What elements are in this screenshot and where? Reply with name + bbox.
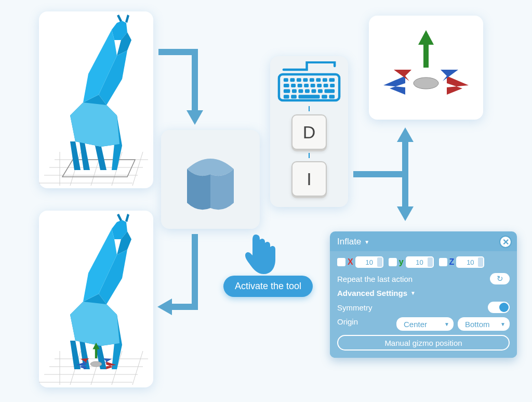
svg-marker-40 xyxy=(117,214,122,221)
svg-rect-67 xyxy=(284,89,290,93)
flow-arrow-1 xyxy=(153,47,216,130)
panel-title[interactable]: Inflate ▼ xyxy=(337,237,369,247)
svg-rect-69 xyxy=(298,89,303,93)
origin-horizontal-select[interactable]: Center xyxy=(396,317,454,331)
close-button[interactable]: ✕ xyxy=(499,236,512,248)
flow-arrow-branch xyxy=(348,122,442,226)
shortcut-card: D I xyxy=(270,56,348,207)
svg-rect-84 xyxy=(423,43,429,68)
flow-arrow-2 xyxy=(153,229,216,322)
chevron-down-icon: ▼ xyxy=(410,290,416,296)
svg-rect-63 xyxy=(311,84,315,87)
repeat-button[interactable]: ↻ xyxy=(490,273,510,284)
svg-rect-48 xyxy=(95,348,97,358)
advanced-settings-toggle[interactable]: Advanced Settings ▼ xyxy=(337,289,510,297)
svg-rect-58 xyxy=(329,78,335,82)
svg-rect-78 xyxy=(329,95,335,98)
svg-rect-53 xyxy=(297,78,301,82)
gizmo-preview xyxy=(369,16,483,120)
z-axis-label: Z xyxy=(449,257,455,267)
svg-marker-89 xyxy=(397,206,414,221)
svg-line-30 xyxy=(132,351,143,385)
svg-rect-60 xyxy=(291,84,296,87)
model-preview-after xyxy=(39,211,153,387)
chevron-down-icon: ▼ xyxy=(364,239,369,245)
svg-point-79 xyxy=(414,77,438,89)
svg-marker-81 xyxy=(447,76,469,95)
svg-marker-85 xyxy=(418,30,434,45)
y-lock-checkbox[interactable] xyxy=(389,258,397,266)
origin-vertical-select[interactable]: Bottom xyxy=(458,317,510,331)
svg-rect-51 xyxy=(284,78,288,82)
svg-rect-55 xyxy=(310,78,314,82)
svg-marker-41 xyxy=(125,214,129,222)
svg-marker-87 xyxy=(157,299,172,315)
y-axis-label: y xyxy=(399,257,404,267)
origin-label: Origin xyxy=(337,317,358,326)
svg-rect-72 xyxy=(318,89,323,93)
svg-rect-61 xyxy=(298,84,302,87)
svg-rect-65 xyxy=(324,84,328,87)
manual-gizmo-button[interactable]: Manual gizmo position xyxy=(337,335,510,351)
svg-rect-52 xyxy=(290,78,295,82)
svg-rect-75 xyxy=(291,95,297,98)
repeat-label: Repeat the last action xyxy=(337,275,413,283)
svg-marker-14 xyxy=(70,141,81,170)
y-value-input[interactable]: 10 xyxy=(406,256,434,268)
svg-point-43 xyxy=(90,361,102,367)
svg-rect-62 xyxy=(304,84,309,87)
svg-rect-70 xyxy=(305,89,310,93)
svg-rect-77 xyxy=(322,95,327,98)
svg-marker-21 xyxy=(70,102,119,147)
inflate-settings-panel: Inflate ▼ ✕ X 10 y 10 Z 10 Repeat the la… xyxy=(330,231,517,358)
z-lock-checkbox[interactable] xyxy=(439,258,447,266)
shortcut-key-i: I xyxy=(291,161,327,197)
svg-marker-20 xyxy=(125,15,129,23)
x-lock-checkbox[interactable] xyxy=(337,258,345,266)
svg-line-8 xyxy=(132,152,143,186)
z-value-input[interactable]: 10 xyxy=(456,256,484,268)
svg-rect-54 xyxy=(303,78,308,82)
svg-rect-57 xyxy=(323,78,327,82)
svg-rect-76 xyxy=(298,95,320,98)
svg-rect-74 xyxy=(284,95,289,98)
shortcut-key-d: D xyxy=(291,114,327,150)
svg-marker-17 xyxy=(79,141,90,170)
svg-rect-66 xyxy=(330,84,335,87)
svg-rect-68 xyxy=(292,89,297,93)
tool-tile-inflate[interactable] xyxy=(161,130,260,229)
symmetry-label: Symmetry xyxy=(337,303,373,312)
model-preview-before xyxy=(39,11,153,188)
svg-rect-56 xyxy=(316,78,321,82)
x-value-input[interactable]: 10 xyxy=(355,256,383,268)
svg-marker-86 xyxy=(187,110,203,125)
svg-marker-19 xyxy=(117,15,122,22)
svg-rect-73 xyxy=(324,89,335,93)
svg-rect-64 xyxy=(317,84,322,87)
pointer-hand-icon xyxy=(239,231,281,278)
svg-marker-42 xyxy=(70,302,119,346)
activate-tool-button[interactable]: Activate the tool xyxy=(223,276,313,297)
keyboard-icon xyxy=(274,61,344,103)
x-axis-label: X xyxy=(348,257,353,267)
svg-marker-88 xyxy=(397,127,414,142)
symmetry-toggle[interactable] xyxy=(488,302,510,313)
inflate-tool-icon xyxy=(171,140,249,218)
svg-rect-71 xyxy=(311,89,316,93)
svg-marker-80 xyxy=(383,76,405,95)
svg-rect-59 xyxy=(284,84,289,87)
